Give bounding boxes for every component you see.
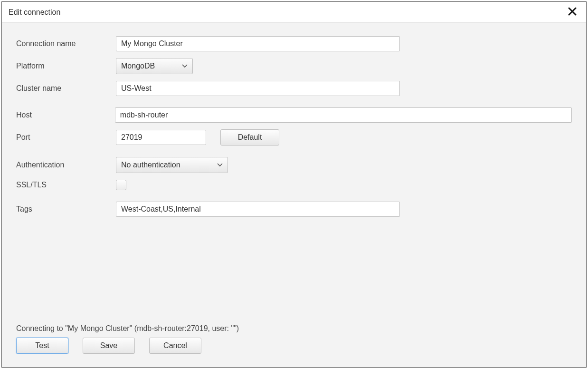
test-button[interactable]: Test (16, 338, 68, 354)
default-port-button[interactable]: Default (220, 129, 279, 146)
close-icon[interactable] (565, 5, 579, 19)
tags-input[interactable] (116, 202, 400, 217)
port-input[interactable] (116, 130, 206, 145)
row-host: Host (16, 107, 572, 123)
row-cluster-name: Cluster name (16, 81, 572, 96)
test-button-label: Test (35, 341, 49, 350)
default-port-button-label: Default (238, 133, 262, 142)
platform-select-value: MongoDB (121, 62, 155, 70)
label-platform: Platform (16, 62, 116, 70)
label-ssl-tls: SSL/TLS (16, 181, 116, 189)
label-authentication: Authentication (16, 161, 116, 169)
row-ssl-tls: SSL/TLS (16, 180, 572, 190)
row-connection-name: Connection name (16, 36, 572, 51)
save-button[interactable]: Save (83, 338, 135, 354)
cancel-button[interactable]: Cancel (149, 338, 201, 354)
row-authentication: Authentication No authentication (16, 157, 572, 173)
row-tags: Tags (16, 202, 572, 217)
footer-button-row: Test Save Cancel (16, 338, 572, 354)
label-tags: Tags (16, 205, 116, 214)
label-connection-name: Connection name (16, 39, 116, 48)
cluster-name-input[interactable] (116, 81, 400, 96)
label-cluster-name: Cluster name (16, 84, 116, 93)
label-host: Host (16, 111, 115, 119)
row-port: Port Default (16, 129, 572, 146)
platform-select[interactable]: MongoDB (116, 58, 193, 74)
authentication-select-value: No authentication (121, 161, 180, 169)
connection-status-text: Connecting to "My Mongo Cluster" (mdb-sh… (16, 324, 572, 333)
edit-connection-dialog: Edit connection Connection name Platform… (1, 1, 587, 368)
host-input[interactable] (115, 107, 572, 123)
chevron-down-icon (217, 163, 223, 167)
dialog-body: Connection name Platform MongoDB Cluster… (2, 23, 586, 367)
row-platform: Platform MongoDB (16, 58, 572, 74)
dialog-titlebar: Edit connection (2, 2, 586, 23)
connection-form: Connection name Platform MongoDB Cluster… (16, 36, 572, 324)
authentication-select[interactable]: No authentication (116, 157, 228, 173)
connection-name-input[interactable] (116, 36, 400, 51)
label-port: Port (16, 133, 116, 142)
dialog-footer: Connecting to "My Mongo Cluster" (mdb-sh… (16, 324, 572, 361)
chevron-down-icon (182, 64, 188, 68)
ssl-tls-checkbox[interactable] (116, 180, 126, 190)
dialog-title: Edit connection (9, 8, 565, 17)
save-button-label: Save (100, 341, 117, 350)
cancel-button-label: Cancel (163, 341, 187, 350)
